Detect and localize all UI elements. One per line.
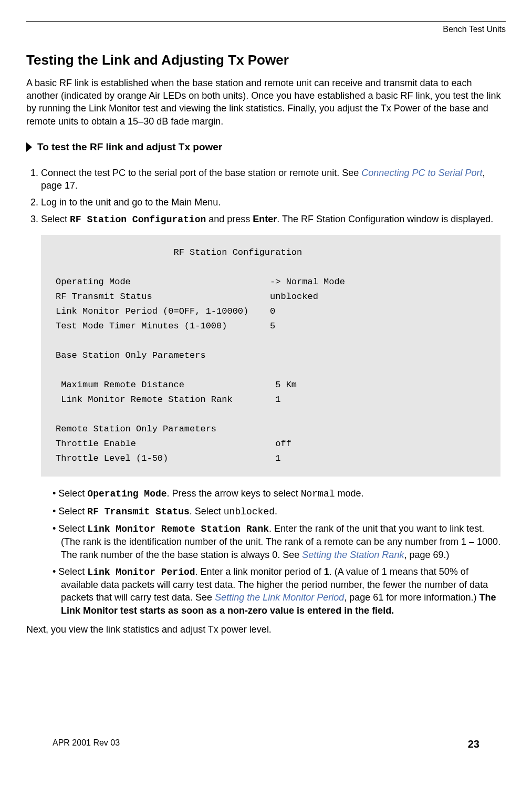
page-title: Testing the Link and Adjusting Tx Power [26, 51, 506, 69]
bullet-text: , page 69.) [404, 550, 449, 560]
step-text: Select [41, 214, 70, 224]
enter-key: Enter [253, 214, 277, 224]
bold-value: 1 [324, 566, 329, 577]
footer-date: APR 2001 Rev 03 [53, 737, 120, 751]
link-monitor-period[interactable]: Setting the Link Monitor Period [215, 592, 344, 603]
bullet-text: Select [58, 566, 87, 577]
bullet-text: . Press the arrow keys to select [167, 488, 301, 499]
step-1: Connect the test PC to the serial port o… [41, 167, 506, 192]
arrow-right-icon [26, 142, 32, 152]
header-rule [26, 21, 506, 22]
field-name: Link Monitor Period [87, 567, 195, 577]
bullet-text: Select [58, 506, 87, 516]
bullet-remote-station-rank: Select Link Monitor Remote Station Rank.… [53, 522, 506, 561]
bullet-text: , page 61 for more information.) [344, 592, 479, 603]
intro-paragraph: A basic RF link is established when the … [26, 77, 506, 128]
page-number: 23 [468, 737, 479, 751]
step-text: Connect the test PC to the serial port o… [41, 168, 361, 178]
bullet-text: mode. [335, 488, 363, 499]
bullet-rf-transmit-status: Select RF Transmit Status. Select unbloc… [53, 505, 506, 518]
field-name: Operating Mode [87, 489, 166, 499]
field-value: unblocked [224, 506, 275, 517]
steps-list: Connect the test PC to the serial port o… [26, 167, 506, 226]
link-connecting-pc[interactable]: Connecting PC to Serial Port [361, 168, 482, 178]
bullet-text: . [275, 506, 277, 516]
field-name: RF Transmit Status [87, 506, 189, 517]
step-2: Log in to the unit and go to the Main Me… [41, 196, 506, 209]
step-text: . The RF Station Configuration window is… [277, 214, 493, 224]
procedure-heading: To test the RF link and adjust Tx power [26, 140, 506, 154]
running-head: Bench Test Units [26, 24, 506, 35]
bullet-text: . Select [190, 506, 224, 516]
terminal-screenshot: RF Station Configuration Operating Mode … [41, 235, 500, 477]
procedure-label: To test the RF link and adjust Tx power [37, 140, 222, 154]
menu-command: RF Station Configuration [70, 214, 206, 225]
field-name: Link Monitor Remote Station Rank [87, 524, 269, 534]
link-station-rank[interactable]: Setting the Station Rank [302, 550, 404, 560]
step-3: Select RF Station Configuration and pres… [41, 213, 506, 226]
bullet-operating-mode: Select Operating Mode. Press the arrow k… [53, 487, 506, 500]
step-text: and press [206, 214, 253, 224]
bullet-text: Select [58, 523, 87, 534]
sub-bullets: Select Operating Mode. Press the arrow k… [26, 487, 506, 617]
field-value: Normal [301, 489, 335, 499]
page-footer: APR 2001 Rev 03 23 [53, 737, 479, 751]
bullet-text: Select [58, 488, 87, 499]
closing-paragraph: Next, you view the link statistics and a… [26, 623, 506, 636]
bullet-link-monitor-period: Select Link Monitor Period. Enter a link… [53, 565, 506, 617]
bullet-text: . Enter a link monitor period of [195, 566, 324, 577]
